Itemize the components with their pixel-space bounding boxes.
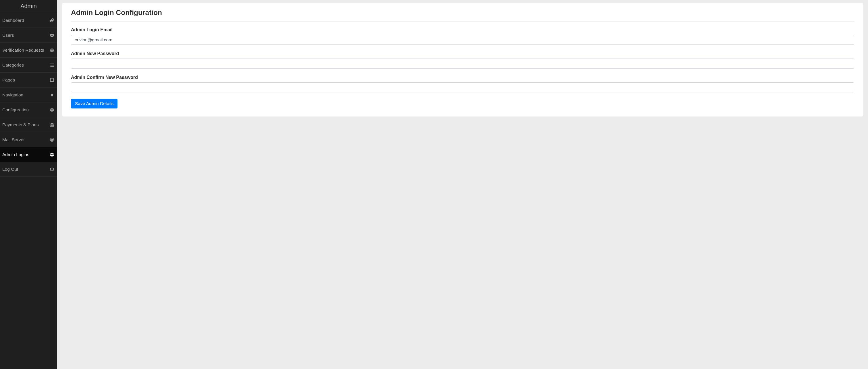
page-title: Admin Login Configuration bbox=[71, 9, 854, 22]
save-admin-details-button[interactable]: Save Admin Details bbox=[71, 99, 118, 108]
sidebar-item-label: Navigation bbox=[2, 92, 23, 98]
sidebar-item-label: Admin Logins bbox=[2, 152, 29, 157]
sidebar-item-log-out[interactable]: Log Out bbox=[0, 162, 57, 177]
at-icon bbox=[50, 137, 54, 142]
sidebar-item-label: Users bbox=[2, 33, 14, 38]
bars-icon bbox=[50, 63, 54, 67]
admin-email-input[interactable] bbox=[71, 35, 854, 45]
users-icon bbox=[50, 33, 54, 38]
link-icon bbox=[50, 18, 54, 23]
sidebar-item-dashboard[interactable]: Dashboard bbox=[0, 12, 57, 28]
admin-confirm-password-input[interactable] bbox=[71, 82, 854, 92]
sidebar-item-label: Dashboard bbox=[2, 18, 24, 23]
sort-icon bbox=[50, 93, 54, 97]
sidebar-title: Admin bbox=[0, 0, 57, 12]
power-icon bbox=[50, 167, 54, 172]
sidebar-item-pages[interactable]: Pages bbox=[0, 72, 57, 87]
new-password-label: Admin New Password bbox=[71, 51, 854, 56]
sidebar-item-configuration[interactable]: Configuration bbox=[0, 102, 57, 117]
sidebar-item-label: Payments & Plans bbox=[2, 122, 39, 127]
sidebar-item-label: Configuration bbox=[2, 107, 29, 112]
sidebar-item-categories[interactable]: Categories bbox=[0, 57, 57, 72]
email-label: Admin Login Email bbox=[71, 27, 854, 32]
config-card: Admin Login Configuration Admin Login Em… bbox=[62, 3, 863, 116]
sidebar-item-admin-logins[interactable]: Admin Logins bbox=[0, 147, 57, 162]
sidebar-item-verification-requests[interactable]: Verification Requests bbox=[0, 42, 57, 57]
main-content: Admin Login Configuration Admin Login Em… bbox=[57, 0, 868, 369]
sidebar-item-payments-plans[interactable]: Payments & Plans bbox=[0, 117, 57, 132]
globe-icon bbox=[50, 48, 54, 53]
sidebar-item-label: Mail Server bbox=[2, 137, 25, 142]
sidebar-item-mail-server[interactable]: Mail Server bbox=[0, 132, 57, 147]
gear-icon bbox=[50, 153, 54, 157]
sidebar-item-label: Categories bbox=[2, 63, 24, 68]
admin-new-password-input[interactable] bbox=[71, 59, 854, 69]
sidebar-item-navigation[interactable]: Navigation bbox=[0, 87, 57, 102]
sidebar: Admin Dashboard Users Verification Reque… bbox=[0, 0, 57, 369]
bank-icon bbox=[50, 123, 54, 127]
confirm-password-label: Admin Confirm New Password bbox=[71, 75, 854, 80]
tablet-icon bbox=[50, 78, 54, 82]
gear-icon bbox=[50, 108, 54, 112]
sidebar-item-users[interactable]: Users bbox=[0, 28, 57, 42]
sidebar-item-label: Verification Requests bbox=[2, 47, 44, 53]
sidebar-item-label: Log Out bbox=[2, 167, 18, 172]
sidebar-item-label: Pages bbox=[2, 77, 15, 82]
